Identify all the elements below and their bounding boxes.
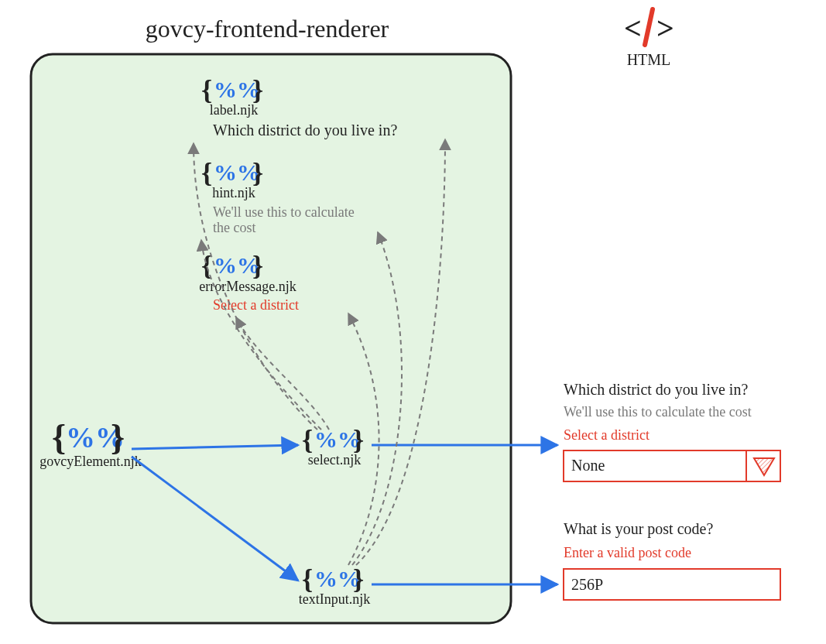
output-select-label: Which district do you live in? xyxy=(564,381,748,399)
svg-text:<: < xyxy=(624,11,642,46)
svg-text:{: { xyxy=(201,157,212,188)
output-select-value: None xyxy=(571,457,605,474)
html-icon: < > HTML xyxy=(624,9,674,68)
output-select-hint: We'll use this to calculate the cost xyxy=(564,404,752,420)
svg-text:textInput.njk: textInput.njk xyxy=(299,591,371,607)
hint-sample-line2: the cost xyxy=(213,220,256,235)
html-label: HTML xyxy=(627,51,671,68)
svg-text:}: } xyxy=(111,417,125,457)
svg-text:}: } xyxy=(353,564,364,594)
renderer-panel xyxy=(31,54,511,623)
output-select-dropdown[interactable]: None xyxy=(564,450,780,481)
svg-text:Select a district: Select a district xyxy=(213,297,299,313)
output-textinput-value: 256P xyxy=(571,576,603,593)
diagram-title: govcy-frontend-renderer xyxy=(146,15,389,43)
output-textinput-field[interactable]: 256P xyxy=(564,569,780,600)
svg-text:select.njk: select.njk xyxy=(308,452,361,468)
output-textinput-label: What is your post code? xyxy=(564,520,713,538)
svg-text:govcyElement.njk: govcyElement.njk xyxy=(39,454,141,469)
output-select: Which district do you live in? We'll use… xyxy=(564,381,780,481)
svg-text:}: } xyxy=(353,424,364,455)
node-select-njk: { %% } select.njk xyxy=(302,424,364,468)
svg-text:{: { xyxy=(302,564,313,594)
output-textinput: What is your post code? Enter a valid po… xyxy=(564,520,780,600)
svg-text:}: } xyxy=(252,74,263,105)
svg-text:}: } xyxy=(252,157,263,188)
svg-text:}: } xyxy=(252,250,263,281)
svg-text:{: { xyxy=(201,74,212,105)
node-textinput-njk: { %% } textInput.njk xyxy=(299,564,371,607)
svg-text:{: { xyxy=(52,417,66,457)
svg-text:>: > xyxy=(656,11,674,46)
output-select-error: Select a district xyxy=(564,427,649,443)
output-textinput-error: Enter a valid post code xyxy=(564,545,691,560)
svg-text:hint.njk: hint.njk xyxy=(212,185,255,200)
svg-text:{: { xyxy=(302,424,313,455)
svg-text:label.njk: label.njk xyxy=(210,102,258,118)
hint-sample-line1: We'll use this to calculate xyxy=(213,204,355,220)
svg-line-2 xyxy=(645,9,653,45)
svg-text:Which district do you live in?: Which district do you live in? xyxy=(213,122,397,139)
